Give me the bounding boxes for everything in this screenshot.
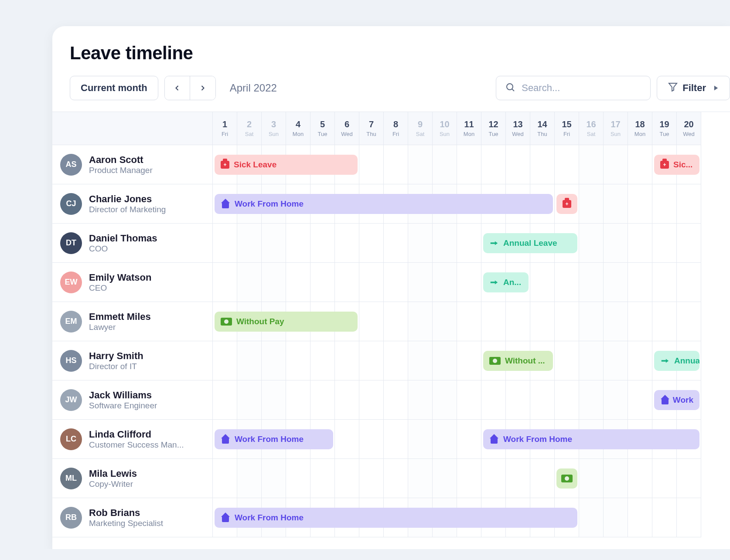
- day-cell[interactable]: [555, 341, 579, 380]
- day-cell[interactable]: [335, 224, 359, 263]
- day-cell[interactable]: [262, 341, 286, 380]
- day-cell[interactable]: [384, 459, 408, 498]
- day-cell[interactable]: [555, 145, 579, 184]
- day-cell[interactable]: [237, 459, 262, 498]
- day-cell[interactable]: [262, 380, 286, 420]
- day-cell[interactable]: [579, 380, 604, 420]
- day-cell[interactable]: [359, 459, 384, 498]
- day-cell[interactable]: [579, 184, 604, 224]
- day-cell[interactable]: [604, 380, 628, 420]
- day-cell[interactable]: [628, 302, 652, 341]
- day-cell[interactable]: [310, 224, 335, 263]
- leave-event-wfh[interactable]: Work: [654, 390, 699, 410]
- day-cell[interactable]: [335, 263, 359, 302]
- filter-button[interactable]: Filter: [657, 76, 730, 100]
- day-cell[interactable]: [359, 224, 384, 263]
- day-cell[interactable]: [457, 341, 481, 380]
- day-cell[interactable]: [310, 459, 335, 498]
- day-cell[interactable]: [628, 263, 652, 302]
- day-cell[interactable]: [457, 224, 481, 263]
- day-cell[interactable]: [286, 380, 310, 420]
- day-cell[interactable]: [530, 263, 555, 302]
- day-cell[interactable]: [384, 145, 408, 184]
- day-cell[interactable]: [457, 302, 481, 341]
- day-cell[interactable]: [286, 263, 310, 302]
- day-cell[interactable]: [237, 341, 262, 380]
- day-cell[interactable]: [213, 380, 237, 420]
- day-cell[interactable]: [457, 145, 481, 184]
- day-cell[interactable]: [384, 302, 408, 341]
- person-cell[interactable]: HSHarry SmithDirector of IT: [52, 341, 213, 380]
- day-cell[interactable]: [408, 459, 433, 498]
- day-cell[interactable]: [408, 145, 433, 184]
- day-cell[interactable]: [579, 341, 604, 380]
- leave-event-annual[interactable]: Annual Leave: [483, 233, 577, 253]
- day-cell[interactable]: [530, 145, 555, 184]
- day-cell[interactable]: [213, 224, 237, 263]
- day-cell[interactable]: [530, 459, 555, 498]
- day-cell[interactable]: [677, 184, 701, 224]
- day-cell[interactable]: [213, 459, 237, 498]
- day-cell[interactable]: [506, 145, 530, 184]
- day-cell[interactable]: [433, 302, 457, 341]
- day-cell[interactable]: [677, 263, 701, 302]
- day-cell[interactable]: [628, 145, 652, 184]
- day-cell[interactable]: [359, 263, 384, 302]
- day-cell[interactable]: [604, 184, 628, 224]
- leave-event-wfh[interactable]: Work From Home: [215, 194, 553, 214]
- day-cell[interactable]: [213, 341, 237, 380]
- person-cell[interactable]: EMEmmett MilesLawyer: [52, 302, 213, 341]
- day-cell[interactable]: [213, 263, 237, 302]
- day-cell[interactable]: [579, 498, 604, 537]
- day-cell[interactable]: [262, 459, 286, 498]
- day-cell[interactable]: [506, 302, 530, 341]
- day-cell[interactable]: [237, 263, 262, 302]
- leave-event-wfh[interactable]: Work From Home: [215, 508, 577, 528]
- day-cell[interactable]: [555, 302, 579, 341]
- day-cell[interactable]: [310, 263, 335, 302]
- day-cell[interactable]: [384, 380, 408, 420]
- person-cell[interactable]: EWEmily WatsonCEO: [52, 263, 213, 302]
- day-cell[interactable]: [335, 459, 359, 498]
- day-cell[interactable]: [457, 459, 481, 498]
- day-cell[interactable]: [384, 224, 408, 263]
- day-cell[interactable]: [384, 341, 408, 380]
- day-cell[interactable]: [408, 420, 433, 459]
- day-cell[interactable]: [604, 459, 628, 498]
- day-cell[interactable]: [310, 341, 335, 380]
- day-cell[interactable]: [359, 145, 384, 184]
- current-month-button[interactable]: Current month: [70, 76, 158, 100]
- leave-event-sick[interactable]: Sick Leave: [215, 155, 358, 175]
- day-cell[interactable]: [652, 498, 677, 537]
- day-cell[interactable]: [652, 459, 677, 498]
- day-cell[interactable]: [628, 459, 652, 498]
- day-cell[interactable]: [579, 459, 604, 498]
- day-cell[interactable]: [359, 420, 384, 459]
- leave-event-nopay[interactable]: [556, 468, 577, 489]
- day-cell[interactable]: [530, 380, 555, 420]
- day-cell[interactable]: [433, 263, 457, 302]
- person-cell[interactable]: DTDaniel ThomasCOO: [52, 224, 213, 263]
- leave-event-wfh[interactable]: Work From Home: [483, 429, 699, 449]
- search-box[interactable]: [496, 76, 651, 100]
- day-cell[interactable]: [604, 145, 628, 184]
- day-cell[interactable]: [604, 263, 628, 302]
- day-cell[interactable]: [628, 380, 652, 420]
- day-cell[interactable]: [433, 224, 457, 263]
- day-cell[interactable]: [433, 380, 457, 420]
- person-cell[interactable]: MLMila LewisCopy-Writer: [52, 459, 213, 498]
- person-cell[interactable]: CJCharlie JonesDirector of Marketing: [52, 184, 213, 224]
- day-cell[interactable]: [652, 263, 677, 302]
- day-cell[interactable]: [506, 459, 530, 498]
- day-cell[interactable]: [433, 420, 457, 459]
- day-cell[interactable]: [604, 224, 628, 263]
- day-cell[interactable]: [481, 145, 506, 184]
- day-cell[interactable]: [433, 145, 457, 184]
- day-cell[interactable]: [286, 459, 310, 498]
- leave-event-annual[interactable]: An...: [483, 272, 529, 292]
- person-cell[interactable]: LCLinda CliffordCustomer Success Man...: [52, 420, 213, 459]
- day-cell[interactable]: [555, 263, 579, 302]
- day-cell[interactable]: [628, 224, 652, 263]
- next-month-button[interactable]: [190, 76, 215, 100]
- day-cell[interactable]: [604, 341, 628, 380]
